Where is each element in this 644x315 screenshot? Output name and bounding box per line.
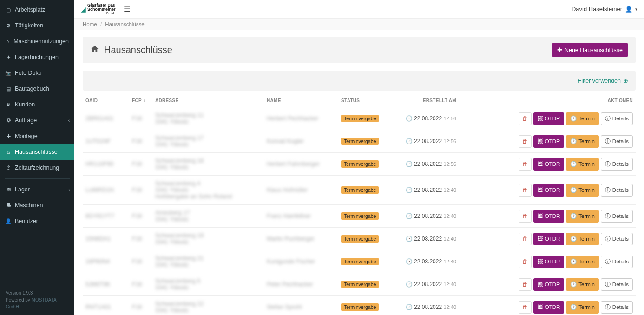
info-icon: ⓘ	[605, 304, 611, 311]
cell-fcp: F16	[132, 115, 142, 122]
details-button[interactable]: ⓘ Details	[601, 184, 633, 197]
col-oaid[interactable]: OAID	[83, 94, 129, 107]
col-erstellt[interactable]: ERSTELLT AM	[394, 94, 459, 107]
maschinen-icon: ⛟	[6, 203, 11, 208]
termin-button[interactable]: 🕑 Termin	[566, 112, 599, 125]
otdr-button[interactable]: 🖼 OTDR	[533, 301, 565, 314]
termin-button[interactable]: 🕑 Termin	[566, 135, 599, 148]
status-badge: Terminvergabe	[341, 235, 379, 243]
arbeitsplatz-icon: ▢	[6, 7, 11, 13]
otdr-button[interactable]: 🖼 OTDR	[533, 210, 565, 223]
clock-icon: 🕑	[570, 187, 577, 193]
table-row: 2BR01A01F16Schwarzenberg 113341 YbbsitzH…	[83, 107, 636, 130]
col-status[interactable]: STATUS	[338, 94, 394, 107]
delete-button[interactable]: 🗑	[519, 210, 532, 223]
termin-button[interactable]: 🕑 Termin	[566, 233, 599, 245]
sidebar-item-label: Aufträge	[15, 117, 37, 124]
delete-button[interactable]: 🗑	[519, 256, 532, 268]
delete-button[interactable]: 🗑	[519, 158, 532, 171]
sidebar-item-benutzer[interactable]: 👤Benutzer	[0, 213, 74, 229]
termin-button[interactable]: 🕑 Termin	[566, 256, 599, 268]
trash-icon: 🗑	[522, 187, 528, 193]
sidebar-item-lagerbuchungen[interactable]: ✦Lagerbuchungen	[0, 49, 74, 65]
breadcrumb-home[interactable]: Home	[83, 21, 97, 27]
cell-adresse: Schwarzenberg 173341 Ybbsitz	[155, 135, 261, 148]
cell-fcp: F16	[132, 236, 142, 242]
sidebar-item-taetigkeiten[interactable]: ⚙Tätigkeiten	[0, 18, 74, 33]
maschinennutzungen-icon: ⌂	[6, 39, 10, 44]
otdr-button[interactable]: 🖼 OTDR	[533, 184, 565, 197]
sidebar-item-maschinen[interactable]: ⛟Maschinen	[0, 197, 74, 213]
sidebar-item-kunden[interactable]: ♛Kunden	[0, 97, 74, 112]
trash-icon: 🗑	[522, 236, 528, 242]
otdr-button[interactable]: 🖼 OTDR	[533, 256, 565, 268]
cell-fcp: F16	[132, 187, 142, 193]
col-name[interactable]: NAME	[264, 94, 338, 107]
delete-button[interactable]: 🗑	[519, 135, 532, 148]
new-hausanschluesse-button[interactable]: ✚ Neue Hausanschlüsse	[552, 43, 628, 57]
cell-adresse: Schwarzenberg 213341 Ybbsitz	[155, 255, 261, 268]
cell-oaid: Lc66RD1N	[85, 187, 114, 193]
delete-button[interactable]: 🗑	[519, 233, 532, 245]
sidebar-item-foto-doku[interactable]: 📷Foto Doku	[0, 65, 74, 81]
filter-toggle[interactable]: Filter verwenden ⊕	[578, 77, 628, 84]
delete-button[interactable]: 🗑	[519, 301, 532, 314]
sidebar-item-montage[interactable]: ✚Montage	[0, 128, 74, 144]
termin-button[interactable]: 🕑 Termin	[566, 158, 599, 171]
user-menu[interactable]: David Haselsteiner 👤 ▾	[572, 6, 637, 13]
logo[interactable]: ◢ Glasfaser Bau Schornsteiner GmbH	[81, 3, 117, 15]
otdr-button[interactable]: 🖼 OTDR	[533, 135, 565, 148]
sidebar-item-bautagebuch[interactable]: ▤Bautagebuch	[0, 81, 74, 97]
clock-icon: 🕑	[570, 213, 577, 219]
page-header: Hausanschlüsse ✚ Neue Hausanschlüsse	[83, 37, 636, 63]
termin-button[interactable]: 🕑 Termin	[566, 210, 599, 223]
sidebar-item-zeitaufzeichnung[interactable]: ⏱Zeitaufzeichnung	[0, 160, 74, 176]
otdr-button[interactable]: 🖼 OTDR	[533, 158, 565, 171]
termin-button[interactable]: 🕑 Termin	[566, 184, 599, 197]
cell-oaid: RNT1A01	[85, 304, 111, 310]
cell-name: Kunigunde Fischer	[267, 258, 315, 265]
sidebar-item-maschinennutzungen[interactable]: ⌂Maschinennutzungen	[0, 33, 74, 49]
sidebar-item-lager[interactable]: ⛃Lager‹	[0, 182, 74, 197]
auftraege-icon: ✪	[6, 118, 11, 124]
termin-button[interactable]: 🕑 Termin	[566, 278, 599, 291]
info-icon: ⓘ	[605, 213, 611, 220]
otdr-button[interactable]: 🖼 OTDR	[533, 278, 565, 291]
info-icon: ⓘ	[605, 236, 611, 243]
details-button[interactable]: ⓘ Details	[601, 233, 633, 245]
info-icon: ⓘ	[605, 138, 611, 145]
details-button[interactable]: ⓘ Details	[601, 112, 633, 125]
zeitaufzeichnung-icon: ⏱	[6, 165, 11, 171]
clock-icon: 🕑	[406, 304, 413, 310]
table-row: RNT1A01F16Schwarzenberg 223341 YbbsitzSt…	[83, 296, 636, 315]
sidebar-item-label: Lager	[15, 186, 30, 193]
cell-fcp: F16	[132, 281, 142, 288]
details-button[interactable]: ⓘ Details	[601, 210, 633, 223]
details-button[interactable]: ⓘ Details	[601, 278, 633, 291]
sidebar-item-auftraege[interactable]: ✪Aufträge‹	[0, 112, 74, 128]
details-button[interactable]: ⓘ Details	[601, 256, 633, 268]
menu-toggle-icon[interactable]: ☰	[124, 5, 130, 13]
sidebar-item-label: Foto Doku	[15, 70, 42, 76]
user-name: David Haselsteiner	[572, 6, 622, 13]
details-button[interactable]: ⓘ Details	[601, 158, 633, 171]
foto-doku-icon: 📷	[6, 70, 11, 76]
table-row: 5JM0T96F16Schwarzenberg 53341 YbbsitzPet…	[83, 273, 636, 296]
termin-button[interactable]: 🕑 Termin	[566, 301, 599, 314]
cell-created: 🕑 22.08.2022 12:40	[406, 281, 456, 288]
sidebar-item-hausanschluesse[interactable]: ⌂Hausanschlüsse	[0, 144, 74, 160]
sidebar-item-arbeitsplatz[interactable]: ▢Arbeitsplatz	[0, 2, 74, 18]
plus-circle-icon: ⊕	[623, 77, 628, 84]
otdr-button[interactable]: 🖼 OTDR	[533, 112, 565, 125]
delete-button[interactable]: 🗑	[519, 184, 532, 197]
delete-button[interactable]: 🗑	[519, 112, 532, 125]
details-button[interactable]: ⓘ Details	[601, 301, 633, 314]
cell-created: 🕑 22.08.2022 12:40	[406, 213, 456, 219]
trash-icon: 🗑	[522, 213, 528, 219]
otdr-button[interactable]: 🖼 OTDR	[533, 233, 565, 245]
hausanschluesse-table: OAID FCP ↓ ADRESSE NAME STATUS ERSTELLT …	[83, 94, 636, 315]
delete-button[interactable]: 🗑	[519, 278, 532, 291]
col-fcp[interactable]: FCP ↓	[129, 94, 152, 107]
col-adresse[interactable]: ADRESSE	[152, 94, 264, 107]
details-button[interactable]: ⓘ Details	[601, 135, 633, 148]
